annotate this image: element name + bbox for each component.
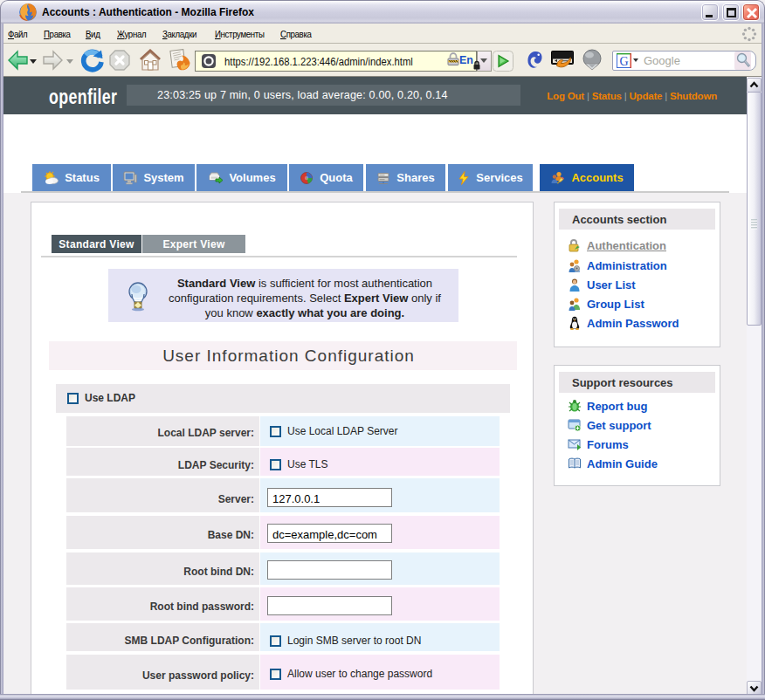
svg-text:G: G	[619, 55, 628, 68]
